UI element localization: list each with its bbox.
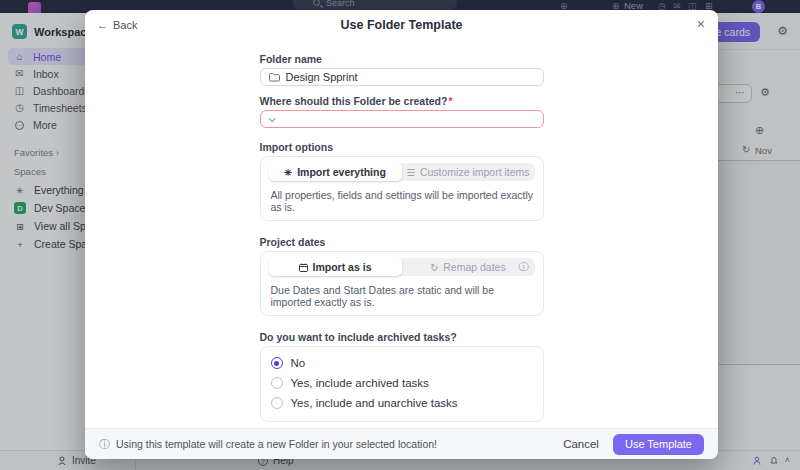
tab-import-everything[interactable]: ✳ Import everything [269, 163, 402, 181]
project-dates-description: Due Dates and Start Dates are static and… [269, 284, 535, 308]
modal-header: ← Back Use Folder Template × [85, 10, 718, 40]
import-options-toggle: ✳ Import everything ☰ Customize import i… [269, 163, 535, 181]
use-folder-template-modal: ← Back Use Folder Template × Folder name… [85, 10, 718, 459]
refresh-icon: ↻ [430, 262, 438, 273]
footer-note: ⓘ Using this template will create a new … [99, 437, 437, 452]
required-asterisk: * [448, 95, 452, 107]
close-icon[interactable]: × [697, 17, 705, 31]
import-options-card: ✳ Import everything ☰ Customize import i… [260, 156, 544, 221]
cancel-button[interactable]: Cancel [563, 438, 599, 450]
chevron-down-icon [268, 115, 275, 122]
calendar-icon [299, 263, 308, 272]
folder-icon [269, 73, 280, 82]
import-options-label: Import options [260, 141, 544, 153]
radio-option-no[interactable]: No [271, 355, 533, 371]
folder-name-input[interactable]: Design Spprint [260, 68, 544, 86]
radio-option-include-archived[interactable]: Yes, include archived tasks [271, 375, 533, 391]
back-arrow-icon: ← [97, 19, 108, 31]
tab-customize-import-items[interactable]: ☰ Customize import items [402, 163, 535, 181]
location-select[interactable] [260, 110, 544, 128]
import-options-description: All properties, fields and settings will… [269, 189, 535, 213]
modal-title: Use Folder Template [85, 18, 718, 32]
back-button[interactable]: ← Back [97, 19, 137, 31]
radio-icon[interactable] [271, 397, 283, 409]
archived-tasks-label: Do you want to include archived tasks? [260, 331, 544, 343]
use-template-button[interactable]: Use Template [613, 434, 704, 455]
sparkle-icon: ✳ [284, 167, 292, 178]
back-label: Back [113, 19, 137, 31]
radio-icon[interactable] [271, 377, 283, 389]
folder-name-value: Design Spprint [286, 71, 358, 83]
folder-name-label: Folder name [260, 53, 544, 65]
info-icon: ⓘ [519, 260, 529, 274]
list-icon: ☰ [406, 167, 415, 178]
tab-import-as-is[interactable]: Import as is [269, 258, 402, 276]
location-label: Where should this Folder be created?* [260, 95, 544, 107]
radio-option-include-unarchive[interactable]: Yes, include and unarchive tasks [271, 395, 533, 411]
project-dates-toggle: Import as is ↻ Remap dates ⓘ [269, 258, 535, 276]
info-icon: ⓘ [99, 437, 110, 452]
modal-body: Folder name Design Spprint Where should … [85, 40, 718, 422]
project-dates-card: Import as is ↻ Remap dates ⓘ Due Dates a… [260, 251, 544, 316]
radio-selected-icon[interactable] [271, 357, 283, 369]
project-dates-label: Project dates [260, 236, 544, 248]
tab-remap-dates[interactable]: ↻ Remap dates ⓘ [402, 258, 535, 276]
modal-footer: ⓘ Using this template will create a new … [85, 428, 718, 459]
archived-tasks-card: No Yes, include archived tasks Yes, incl… [260, 346, 544, 422]
